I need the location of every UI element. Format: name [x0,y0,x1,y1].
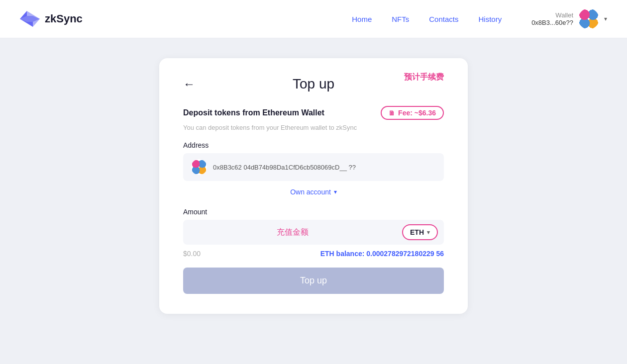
logo-text: zkSync [45,12,83,25]
amount-label: Amount [183,208,444,216]
address-value: 0x8B3c62 04dB74b98Da1CfD6cb508069cD__ ?? [213,164,356,171]
token-selector[interactable]: ETH ▾ [402,224,438,240]
back-button[interactable]: ← [183,78,195,90]
header: zkSync Home NFTs Contacts History Wallet… [0,0,627,38]
own-account-label: Own account [290,188,331,196]
address-avatar [191,159,207,175]
address-box: 0x8B3c62 04dB74b98Da1CfD6cb508069cD__ ?? [183,153,444,181]
own-account-selector[interactable]: Own account ▾ [183,188,444,196]
main-content: ← Top up 预计手续费 Deposit tokens from Ether… [0,38,627,334]
fee-badge-text: Fee: ~$6.36 [398,109,436,117]
page-title: Top up [293,76,334,92]
balance-eth-value: 0.0002782972180229 56 [366,250,444,258]
zksync-logo-icon [20,11,40,27]
wallet-info: Wallet 0x8B3...60e?? ▾ [531,8,607,29]
wallet-chevron-icon[interactable]: ▾ [604,15,607,22]
balance-row: $0.00 ETH balance: 0.0002782972180229 56 [183,250,444,258]
balance-usd: $0.00 [183,250,201,258]
wallet-text: Wallet 0x8B3...60e?? [531,11,573,26]
main-nav: Home NFTs Contacts History [352,15,502,23]
balance-eth-label: ETH balance: [320,250,365,258]
fee-icon: 🗎 [389,109,395,117]
avatar-image [578,8,599,29]
fee-badge: 🗎 Fee: ~$6.36 [381,106,444,120]
avatar[interactable] [578,8,599,29]
wallet-label: Wallet [531,11,573,19]
wallet-address: 0x8B3...60e?? [531,19,573,26]
nav-nfts[interactable]: NFTs [392,15,409,23]
token-label: ETH [410,228,424,236]
own-account-chevron-icon: ▾ [334,188,337,195]
balance-eth: ETH balance: 0.0002782972180229 56 [320,250,444,258]
amount-input[interactable] [183,220,402,245]
amount-row: ETH ▾ [183,220,444,245]
nav-contacts[interactable]: Contacts [429,15,458,23]
deposit-title: Deposit tokens from Ethereum Wallet [183,108,324,117]
address-label: Address [183,141,444,149]
deposit-row: Deposit tokens from Ethereum Wallet 🗎 Fe… [183,106,444,120]
nav-home[interactable]: Home [352,15,372,23]
token-chevron-icon: ▾ [427,229,430,236]
deposit-description: You can deposit tokens from your Ethereu… [183,124,444,131]
logo: zkSync [20,11,83,27]
card-header: ← Top up 预计手续费 [183,76,444,92]
topup-button[interactable]: Top up [183,268,444,294]
topup-card: ← Top up 预计手续费 Deposit tokens from Ether… [159,58,468,314]
fee-annotation: 预计手续费 [404,72,444,83]
nav-history[interactable]: History [478,15,502,23]
address-avatar-image [191,159,207,175]
